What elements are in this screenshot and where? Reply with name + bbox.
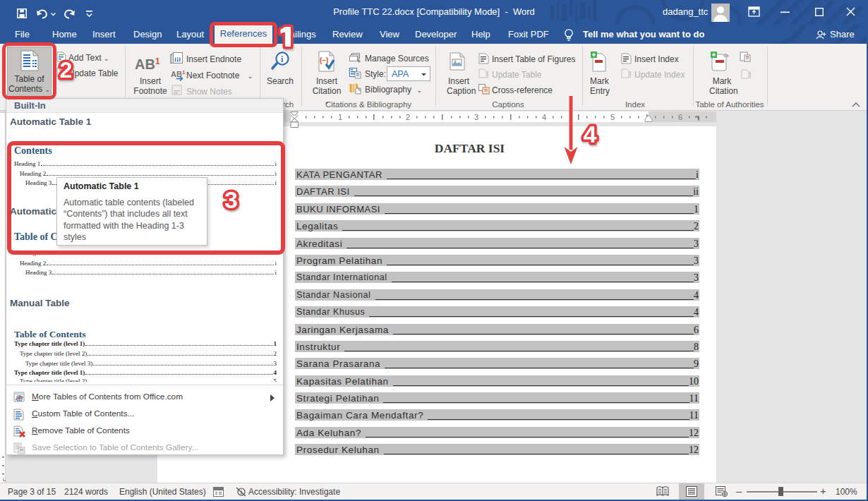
svg-text:4: 4 <box>584 121 597 147</box>
svg-text:3: 3 <box>224 186 238 213</box>
svg-text:6: 6 <box>678 113 682 121</box>
svg-text:2: 2 <box>406 113 410 121</box>
svg-text:2: 2 <box>60 57 73 83</box>
svg-text:(–): (–) <box>320 56 328 64</box>
svg-text:3: 3 <box>474 113 478 121</box>
svg-text:5: 5 <box>1 478 6 482</box>
svg-text:5: 5 <box>610 113 615 121</box>
svg-text:4: 4 <box>542 113 546 121</box>
svg-text:!: ! <box>486 70 489 79</box>
svg-text:!: ! <box>749 71 752 80</box>
svg-text:!: ! <box>629 70 632 79</box>
svg-text:1: 1 <box>338 113 342 121</box>
